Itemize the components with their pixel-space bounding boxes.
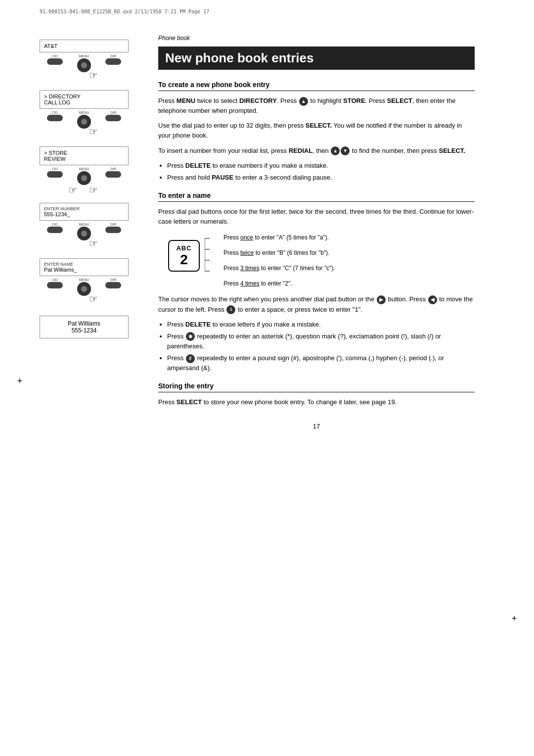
- bullet-delete-1: Press DELETE to erase numbers if you mak…: [167, 161, 475, 171]
- abc-key: ABC 2: [168, 240, 200, 272]
- star-icon: ✱: [186, 332, 195, 341]
- down-icon: ▼: [341, 146, 350, 155]
- bullet-star: Press ✱ repeatedly to enter an asterisk …: [167, 331, 475, 351]
- screen-4: ENTER NUMBER 555-1234_: [40, 203, 129, 221]
- menu-btn-1: MENU ☞: [77, 54, 91, 72]
- phone-unit-4: ENTER NUMBER 555-1234_ CID MENU ☞ DIR: [40, 203, 129, 241]
- page-number: 17: [158, 423, 475, 430]
- btn-row-3: CID MENU ☞ ☞ DIR: [40, 166, 129, 186]
- bullet-pause: Press and hold PAUSE to enter a 3-second…: [167, 173, 475, 183]
- btn-row-5: CID MENU ☞ DIR: [40, 277, 129, 297]
- one-icon: 1: [226, 305, 235, 314]
- finger-icon-4: ☞: [89, 237, 98, 249]
- phone-unit-1: AT&T CID MENU ☞ DIR: [40, 40, 129, 73]
- heading-store: Storing the entry: [158, 382, 475, 392]
- final-card-name: Pat Williams: [45, 320, 123, 327]
- enter-name-bullets: Press DELETE to erase letters if you mak…: [167, 320, 475, 374]
- bullet-delete-2: Press DELETE to erase letters if you mak…: [167, 320, 475, 330]
- phone-unit-5: ENTER NAME Pat Williams_ CID MENU ☞ DIR: [40, 258, 129, 297]
- screen-2: > DIRECTORY CALL LOG: [40, 90, 129, 109]
- enter-name-para-1: Press dial pad buttons once for the firs…: [158, 207, 475, 227]
- final-entry-card: Pat Williams 555-1234: [40, 316, 129, 338]
- screen-1: AT&T: [40, 40, 129, 52]
- screen-1-text: AT&T: [44, 43, 57, 49]
- cid-btn-1: CID: [47, 54, 63, 65]
- store-para-1: Press SELECT to store your new phone boo…: [158, 397, 475, 407]
- crosshair-left: [15, 376, 25, 386]
- btn-row-2: CID MENU ☞ DIR: [40, 110, 129, 130]
- abc-line-2: Press twice to enter "B" (6 times for "b…: [223, 249, 335, 257]
- hash-icon: #: [186, 354, 195, 363]
- finger-icon-2: ☞: [89, 126, 98, 138]
- finger-icon-3b: ☞: [89, 184, 98, 196]
- btn-row-4: CID MENU ☞ DIR: [40, 222, 129, 241]
- heading-enter-name: To enter a name: [158, 191, 475, 202]
- bullet-hash: Press # repeatedly to enter a pound sign…: [167, 353, 475, 373]
- phone-unit-2: > DIRECTORY CALL LOG CID MENU ☞ DIR: [40, 90, 129, 130]
- btn-row-1: CID MENU ☞ DIR: [40, 53, 129, 73]
- left-icon: ◀: [428, 295, 437, 304]
- page-title: New phone book entries: [158, 47, 475, 70]
- screen-2-line1: > DIRECTORY: [44, 94, 124, 99]
- right-icon: ▶: [377, 295, 386, 304]
- bracket-svg: [205, 234, 215, 278]
- create-bullets: Press DELETE to erase numbers if you mak…: [167, 161, 475, 183]
- screen-3: > STORE REVIEW: [40, 146, 129, 165]
- abc-diagram: ABC 2 Press once to enter "A" (5 times f…: [168, 234, 475, 287]
- dir-btn-1: DIR: [105, 54, 121, 65]
- enter-name-para-2: The cursor moves to the right when you p…: [158, 294, 475, 314]
- crosshair-right: [509, 614, 519, 623]
- finger-icon-1: ☞: [89, 69, 98, 81]
- finger-icon-3: ☞: [68, 184, 77, 196]
- up-icon: ▲: [299, 97, 308, 106]
- create-para-3: To insert a number from your redial list…: [158, 146, 475, 156]
- finger-icon-5: ☞: [89, 293, 98, 305]
- abc-lines: Press once to enter "A" (5 times for "a"…: [223, 234, 335, 287]
- final-card-number: 555-1234: [45, 327, 123, 334]
- abc-line-3: Press 3 times to enter "C" (7 times for …: [223, 264, 335, 273]
- screen-2-line2: CALL LOG: [44, 99, 124, 105]
- file-meta: 91-000153-041-000_E1225B_RO.qxd 2/13/195…: [40, 9, 209, 14]
- left-column: AT&T CID MENU ☞ DIR > DIRECTORY C: [30, 40, 138, 338]
- create-para-1: Press MENU twice to select DIRECTORY. Pr…: [158, 96, 475, 116]
- right-column: Phone book New phone book entries To cre…: [158, 35, 494, 435]
- section-label: Phone book: [158, 35, 475, 42]
- abc-line-4: Press 4 times to enter "2".: [223, 280, 335, 288]
- create-para-2: Use the dial pad to enter up to 32 digit…: [158, 121, 475, 141]
- heading-create: To create a new phone book entry: [158, 81, 475, 91]
- screen-5: ENTER NAME Pat Williams_: [40, 258, 129, 276]
- up-icon-2: ▲: [331, 146, 340, 155]
- phone-unit-3: > STORE REVIEW CID MENU ☞ ☞ DIR: [40, 146, 129, 186]
- abc-line-1: Press once to enter "A" (5 times for "a"…: [223, 234, 335, 242]
